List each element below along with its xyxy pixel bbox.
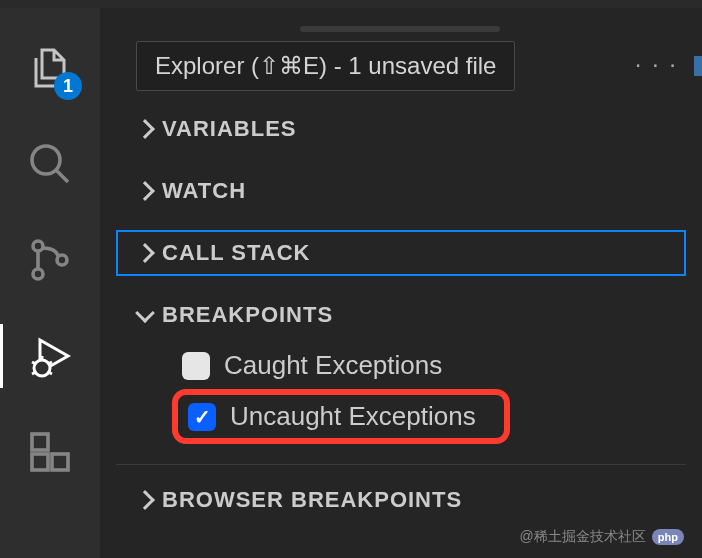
chevron-right-icon (135, 119, 155, 139)
svg-line-1 (56, 170, 68, 182)
editor-peek (694, 56, 702, 76)
chevron-down-icon (135, 303, 155, 323)
tab-area (300, 26, 500, 32)
activity-explorer[interactable]: 1 (0, 36, 100, 100)
svg-point-3 (33, 269, 43, 279)
chevron-right-icon (135, 490, 155, 510)
debug-sidebar: Explorer (⇧⌘E) - 1 unsaved file · · · VA… (100, 8, 702, 558)
section-title: BROWSER BREAKPOINTS (162, 487, 462, 513)
svg-rect-11 (32, 434, 48, 450)
breakpoint-uncaught-exceptions[interactable]: ✓ Uncaught Exceptions (188, 399, 476, 434)
svg-line-7 (32, 362, 36, 364)
chevron-right-icon (135, 243, 155, 263)
checkbox-unchecked-icon[interactable] (182, 352, 210, 380)
breakpoint-label: Uncaught Exceptions (230, 401, 476, 432)
activity-bar: 1 (0, 8, 100, 558)
more-actions-icon[interactable]: · · · (635, 50, 678, 78)
breakpoint-caught-exceptions[interactable]: Caught Exceptions (116, 342, 686, 389)
section-call-stack[interactable]: CALL STACK (116, 222, 686, 284)
section-variables[interactable]: VARIABLES (116, 98, 686, 160)
breakpoint-label: Caught Exceptions (224, 350, 442, 381)
highlight-annotation: ✓ Uncaught Exceptions (172, 389, 510, 444)
svg-point-0 (32, 146, 60, 174)
svg-line-8 (48, 362, 52, 364)
svg-point-5 (34, 360, 50, 376)
watermark: @稀土掘金技术社区 php (520, 528, 684, 546)
php-logo-icon: php (652, 529, 684, 545)
activity-search[interactable] (0, 132, 100, 196)
section-title: BREAKPOINTS (162, 302, 333, 328)
explorer-badge: 1 (54, 72, 82, 100)
activity-source-control[interactable] (0, 228, 100, 292)
chevron-right-icon (135, 181, 155, 201)
explorer-tooltip: Explorer (⇧⌘E) - 1 unsaved file (136, 41, 515, 91)
section-title: VARIABLES (162, 116, 297, 142)
activity-debug[interactable] (0, 324, 100, 388)
divider (116, 464, 686, 465)
section-title: CALL STACK (162, 240, 311, 266)
section-title: WATCH (162, 178, 246, 204)
section-browser-breakpoints[interactable]: BROWSER BREAKPOINTS (116, 469, 686, 531)
section-breakpoints-header[interactable]: BREAKPOINTS (116, 292, 686, 338)
svg-point-2 (33, 241, 43, 251)
svg-line-10 (48, 372, 52, 374)
svg-point-4 (57, 255, 67, 265)
activity-extensions[interactable] (0, 420, 100, 484)
svg-line-9 (32, 372, 36, 374)
section-watch[interactable]: WATCH (116, 160, 686, 222)
svg-rect-12 (32, 454, 48, 470)
checkbox-checked-icon[interactable]: ✓ (188, 403, 216, 431)
section-breakpoints: BREAKPOINTS Caught Exceptions ✓ Uncaught… (116, 284, 686, 460)
svg-rect-13 (52, 454, 68, 470)
